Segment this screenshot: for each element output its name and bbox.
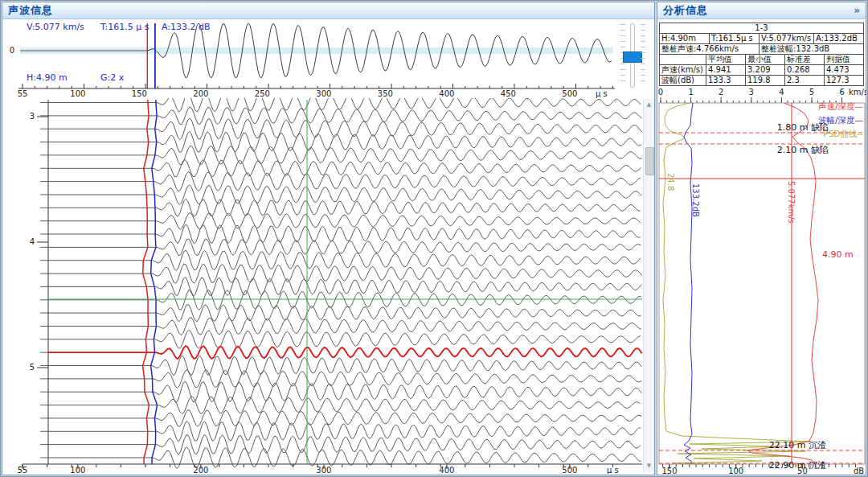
panel-header-acoustic: 声波信息 bbox=[2, 2, 654, 19]
waveform-trace[interactable] bbox=[48, 172, 641, 191]
waveform-trace[interactable] bbox=[48, 239, 641, 256]
x-tick-label: 55 bbox=[18, 89, 28, 98]
defect-label: 2.10 m 缺陷 bbox=[777, 145, 829, 155]
panel-header-analysis: 分析信息 » bbox=[657, 2, 866, 19]
x-tick-label: 500 bbox=[562, 466, 577, 474]
waveform-trace[interactable] bbox=[48, 356, 642, 376]
x-tick-label: 400 bbox=[439, 466, 454, 474]
x-tick-label: 200 bbox=[193, 466, 208, 474]
x-tick-label: 400 bbox=[439, 89, 454, 98]
rotated-value-label: 133.2dB bbox=[691, 183, 700, 217]
stats-value-cell: 波幅(dB) bbox=[660, 76, 706, 86]
whole-pile-cell: 整桩波幅:132.3dB bbox=[760, 44, 864, 55]
summary-cell: V:5.077km/s bbox=[760, 34, 814, 44]
velocity-axis-unit: km/s bbox=[849, 88, 866, 97]
scroll-up-arrow-icon[interactable]: ▲ bbox=[644, 101, 654, 109]
x-tick-label: 100 bbox=[70, 89, 85, 98]
stats-value-cell: 4.941 bbox=[706, 65, 746, 76]
depth-tick-label: 5 bbox=[30, 363, 35, 372]
stats-value-cell: 4.473 bbox=[825, 65, 864, 76]
stats-value-cell: 3.209 bbox=[746, 65, 785, 76]
summary-cell: A:133.2dB bbox=[814, 34, 864, 44]
waveform-trace[interactable] bbox=[48, 290, 641, 310]
amplitude-axis-unit: dB bbox=[854, 467, 864, 475]
scroll-down-arrow-icon[interactable]: ▼ bbox=[644, 462, 654, 471]
velocity-tick-label: 6 bbox=[839, 88, 844, 97]
waveform-trace[interactable] bbox=[48, 330, 641, 348]
legend-item: PSD曲线-- bbox=[823, 129, 863, 138]
legend-item: 声速/深度— bbox=[818, 101, 863, 111]
selected-waveform-trace[interactable] bbox=[48, 346, 642, 359]
x-tick-label: 450 bbox=[501, 89, 516, 98]
waveform-trace[interactable] bbox=[48, 305, 641, 322]
statistics-table: 平均值最小值标准差判据值声速(km/s)4.9413.2090.2684.473… bbox=[659, 54, 864, 86]
waveform-trace[interactable] bbox=[48, 434, 641, 454]
scrollbar-thumb[interactable] bbox=[645, 147, 654, 175]
stats-value-cell: 0.268 bbox=[785, 65, 825, 76]
analysis-tables: 1-3H:4.90mT:161.5μ sV:5.077km/sA:133.2dB… bbox=[659, 23, 863, 86]
x-axis-unit: μ s bbox=[596, 89, 608, 98]
summary-cell: T:161.5μ s bbox=[710, 34, 760, 44]
depth-profile-chart[interactable]: 0123456km/s声速/深度—波幅/深度—PSD曲线--1.80 m 缺陷2… bbox=[657, 87, 866, 475]
amplitude-tick-label: 100 bbox=[728, 467, 743, 475]
waveform-trace[interactable] bbox=[48, 370, 641, 389]
waveform-trace[interactable] bbox=[48, 199, 641, 216]
x-tick-label: 300 bbox=[316, 89, 331, 98]
amplitude-tick-label: 150 bbox=[661, 467, 677, 475]
x-tick-label: 500 bbox=[562, 89, 577, 98]
waveform-trace[interactable] bbox=[48, 410, 642, 427]
waveform-trace[interactable] bbox=[48, 264, 642, 283]
x-tick-label: 55 bbox=[18, 466, 28, 474]
summary-table: 1-3H:4.90mT:161.5μ sV:5.077km/sA:133.2dB… bbox=[659, 23, 864, 55]
stats-header-cell: 标准差 bbox=[785, 55, 825, 65]
velocity-tick-label: 1 bbox=[688, 88, 693, 97]
readout-depth: H:4.90 m bbox=[27, 72, 68, 83]
stats-value-cell: 119.8 bbox=[746, 76, 785, 86]
rotated-value-label: 24.8 bbox=[666, 173, 675, 191]
waveform-trace[interactable] bbox=[48, 146, 642, 164]
waveform-trace[interactable] bbox=[48, 397, 641, 414]
profile-plot-area bbox=[659, 103, 865, 464]
stats-header-cell: 判据值 bbox=[825, 55, 864, 65]
stats-value-cell: 2.3 bbox=[785, 76, 825, 86]
readout-amplitude: A:133.2 dB bbox=[162, 22, 211, 32]
zero-label: 0 bbox=[10, 46, 14, 55]
cursor-depth-label: 4.90 m bbox=[822, 249, 854, 260]
velocity-tick-label: 2 bbox=[719, 88, 723, 97]
waveform-trace[interactable] bbox=[48, 318, 641, 335]
x-tick-label: 150 bbox=[132, 89, 147, 98]
waveform-trace[interactable] bbox=[48, 185, 641, 204]
waveform-trace[interactable] bbox=[48, 118, 642, 140]
waveform-trace[interactable] bbox=[48, 131, 641, 152]
depth-tick-label: 3 bbox=[30, 112, 35, 121]
summary-cell: H:4.90m bbox=[660, 34, 710, 44]
amplitude-tick-label: 50 bbox=[797, 467, 808, 475]
single-waveform-chart[interactable]: 55100150200250300350400450500μ s0V:5.077… bbox=[2, 19, 616, 98]
collapse-panel-button[interactable]: » bbox=[854, 5, 860, 16]
rotated-value-label: 5.077km/s bbox=[787, 181, 796, 224]
x-tick-label: 250 bbox=[255, 89, 270, 98]
first-arrival-pick-curve-red[interactable] bbox=[143, 100, 149, 464]
waterfall-scrollbar[interactable]: ▲ ▼ bbox=[643, 99, 654, 472]
waveform-trace[interactable] bbox=[48, 447, 641, 468]
waveform-trace[interactable] bbox=[48, 159, 641, 176]
velocity-tick-label: 0 bbox=[658, 88, 663, 97]
velocity-tick-label: 5 bbox=[809, 88, 814, 97]
waveform-trace[interactable] bbox=[48, 212, 641, 229]
waveform-trace[interactable] bbox=[48, 98, 641, 112]
waveform-trace[interactable] bbox=[48, 250, 641, 270]
gain-slider[interactable] bbox=[616, 22, 648, 89]
readout-velocity: V:5.077 km/s bbox=[27, 22, 84, 32]
gain-slider-thumb[interactable] bbox=[623, 51, 642, 63]
x-tick-label: 300 bbox=[316, 466, 331, 474]
waveform-trace[interactable] bbox=[48, 224, 641, 244]
pick-curve-blue[interactable] bbox=[151, 100, 158, 464]
stats-header-cell bbox=[660, 55, 706, 65]
probe-pair-label: 1-3 bbox=[660, 23, 864, 34]
stats-header-cell: 平均值 bbox=[706, 55, 746, 65]
whole-pile-cell: 整桩声速:4.766km/s bbox=[660, 44, 760, 55]
stats-value-cell: 127.3 bbox=[825, 76, 864, 86]
waveform-waterfall-chart[interactable]: 34555100200300400500μ s bbox=[2, 98, 643, 474]
velocity-tick-label: 3 bbox=[749, 88, 754, 97]
velocity-tick-label: 4 bbox=[779, 88, 784, 97]
